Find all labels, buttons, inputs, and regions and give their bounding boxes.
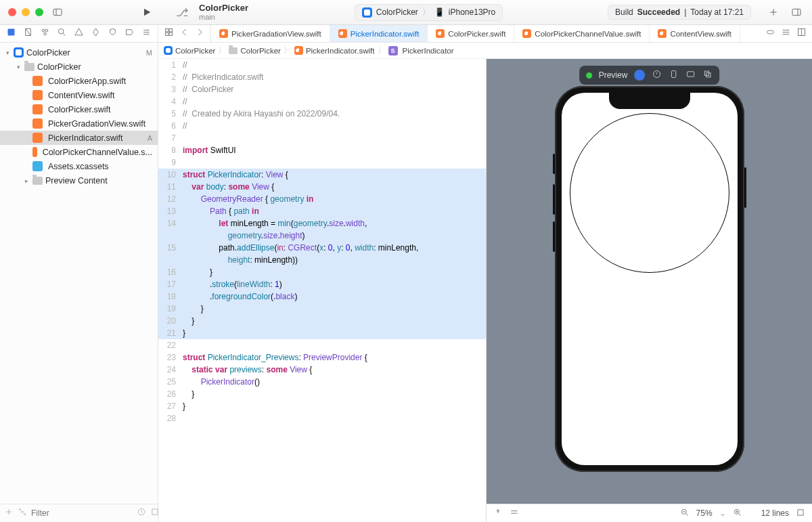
close-window-button[interactable]: [8, 8, 16, 16]
zoom-window-button[interactable]: [35, 8, 43, 16]
status-prefix: Build: [615, 7, 633, 17]
test-navigator-icon[interactable]: [91, 27, 101, 40]
device-settings-icon[interactable]: [669, 69, 679, 81]
status-word: Succeeded: [637, 7, 680, 17]
minimize-window-button[interactable]: [22, 8, 30, 16]
live-indicator-icon: [586, 72, 592, 79]
find-navigator-icon[interactable]: [57, 27, 67, 40]
struct-icon: S: [388, 46, 398, 56]
debug-navigator-icon[interactable]: [108, 27, 118, 40]
navigator-file-row[interactable]: ColorPickerApp.swift: [0, 74, 158, 88]
file-label: ColorPicker.swift: [48, 105, 110, 114]
svg-marker-2: [144, 9, 150, 16]
swift-icon: [522, 29, 531, 38]
navigator-file-row[interactable]: ColorPickerChannelValue.s...: [0, 145, 158, 159]
swift-icon: [32, 118, 43, 129]
project-info[interactable]: ColorPicker main: [199, 3, 248, 21]
adjust-editor-icon[interactable]: [781, 27, 791, 40]
svg-line-44: [685, 513, 687, 515]
recent-filter-icon[interactable]: [137, 507, 146, 519]
swift-icon: [32, 90, 43, 100]
duplicate-preview-icon[interactable]: [702, 69, 713, 81]
editor-tab[interactable]: PickerIndicator.swift: [330, 25, 428, 42]
folder-icon: [32, 177, 43, 185]
add-button[interactable]: [4, 507, 14, 519]
editor-tab[interactable]: ColorPicker.swift: [428, 25, 514, 42]
library-button[interactable]: [789, 5, 804, 20]
jumpbar-file[interactable]: PickerIndicator.swift: [306, 47, 375, 55]
navigator-folder-row[interactable]: ▾ ColorPicker: [0, 60, 158, 74]
scheme-name: ColorPicker: [376, 7, 418, 17]
editor-tab[interactable]: PickerGradationView.swift: [211, 25, 330, 42]
jumpbar-folder[interactable]: ColorPicker: [240, 47, 280, 55]
report-navigator-icon[interactable]: [141, 27, 152, 40]
project-navigator-icon[interactable]: [6, 27, 16, 40]
source-editor[interactable]: 1//2// PickerIndicator.swift3// ColorPic…: [158, 59, 486, 522]
filter-input[interactable]: [31, 508, 133, 518]
device-icon: 📱: [434, 7, 445, 17]
navigator-root-label: ColorPicker: [26, 48, 70, 58]
preview-on-device-icon[interactable]: [685, 69, 696, 81]
pin-preview-icon[interactable]: [493, 508, 503, 519]
run-button[interactable]: [139, 5, 154, 20]
zoom-out-icon[interactable]: [680, 508, 690, 519]
build-status[interactable]: Build Succeeded | Today at 17:21: [608, 5, 751, 20]
svg-point-29: [19, 508, 20, 510]
canvas-settings-icon[interactable]: [510, 508, 519, 519]
swift-icon: [32, 76, 43, 86]
zoom-in-icon[interactable]: [733, 508, 742, 519]
breakpoint-navigator-icon[interactable]: [125, 27, 135, 40]
navigator-file-row[interactable]: PickerIndicator.swiftA: [0, 131, 158, 145]
branch-icon: ⎇: [176, 6, 188, 19]
app-icon: [14, 47, 24, 58]
navigator-file-row[interactable]: ColorPicker.swift: [0, 102, 158, 116]
editor-tab[interactable]: ColorPickerChannelValue.swift: [514, 25, 650, 42]
svg-rect-21: [169, 32, 172, 35]
branch-name: main: [199, 13, 248, 21]
jumpbar-symbol[interactable]: PickerIndicator: [403, 47, 454, 55]
navigator-project-row[interactable]: ▾ ColorPicker M: [0, 45, 158, 60]
forward-button[interactable]: [195, 27, 205, 40]
navigator-file-row[interactable]: PickerGradationView.swift: [0, 116, 158, 131]
svg-rect-20: [166, 32, 168, 35]
navigator-assets-row[interactable]: Assets.xcassets: [0, 159, 158, 173]
zoom-level[interactable]: 75%: [696, 508, 713, 518]
plus-button[interactable]: [766, 5, 781, 20]
tab-label: ContentView.swift: [670, 30, 731, 38]
svg-rect-5: [792, 9, 800, 15]
navigator-selector: [0, 25, 158, 42]
variants-icon[interactable]: [652, 69, 662, 81]
symbol-navigator-icon[interactable]: [40, 27, 50, 40]
navigator-folder-label: ColorPicker: [37, 62, 81, 72]
device-screen[interactable]: [562, 93, 738, 465]
sidebar-toggle-icon[interactable]: [50, 5, 65, 20]
add-editor-icon[interactable]: [796, 27, 807, 40]
navigator-file-row[interactable]: ContentView.swift: [0, 88, 158, 102]
app-icon: [362, 7, 372, 18]
svg-rect-38: [704, 71, 708, 75]
swift-icon: [32, 147, 37, 157]
jump-bar[interactable]: ColorPicker 〉 ColorPicker 〉 PickerIndica…: [158, 43, 812, 59]
scheme-selector[interactable]: ColorPicker 〉 📱 iPhone13Pro: [355, 4, 503, 21]
project-name: ColorPicker: [199, 3, 248, 13]
swift-icon: [658, 29, 667, 38]
assets-icon: [32, 161, 43, 171]
source-control-icon[interactable]: [23, 27, 33, 40]
navigator-preview-row[interactable]: ▸ Preview Content: [0, 173, 158, 188]
minimap-toggle-icon[interactable]: [796, 508, 805, 519]
editor-tab[interactable]: ContentView.swift: [650, 25, 740, 42]
svg-rect-7: [8, 29, 15, 36]
related-items-icon[interactable]: [164, 27, 174, 40]
folder-icon: [229, 47, 238, 54]
jumpbar-root[interactable]: ColorPicker: [175, 47, 215, 55]
issue-navigator-icon[interactable]: [74, 27, 84, 40]
back-button[interactable]: [179, 27, 189, 40]
file-label: ColorPickerChannelValue.s...: [43, 148, 152, 157]
file-label: ContentView.swift: [48, 91, 114, 100]
device-notch: [609, 93, 690, 109]
svg-line-48: [738, 513, 740, 515]
review-icon[interactable]: [765, 27, 775, 40]
selectable-mode-icon[interactable]: [634, 70, 645, 81]
svg-line-14: [63, 33, 65, 35]
line-count: 12 lines: [761, 508, 789, 518]
